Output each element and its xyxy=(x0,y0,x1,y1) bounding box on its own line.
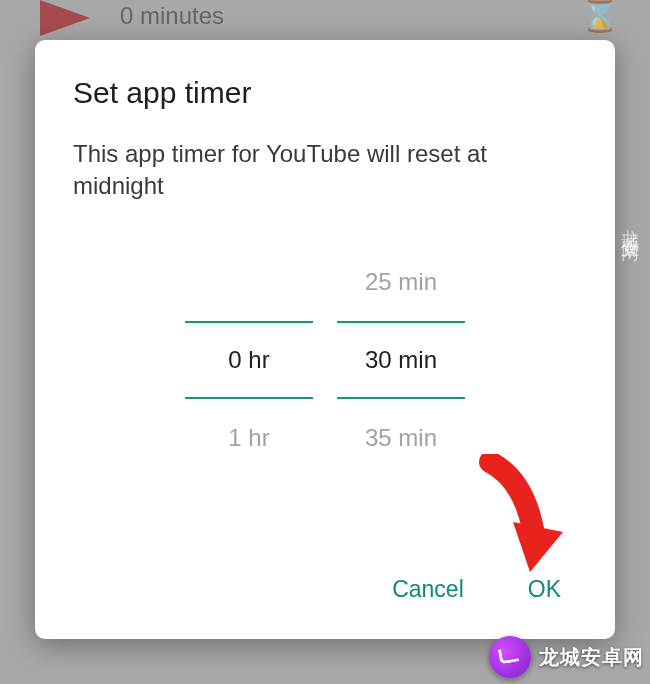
minute-option-below[interactable]: 35 min xyxy=(337,399,465,477)
minute-option-selected[interactable]: 30 min xyxy=(337,321,465,399)
cancel-button[interactable]: Cancel xyxy=(388,568,468,611)
background-app-row: 0 minutes ⌛ xyxy=(0,0,650,40)
background-subtitle: 0 minutes xyxy=(120,2,224,30)
hourglass-icon: ⌛ xyxy=(580,0,620,34)
ok-button[interactable]: OK xyxy=(524,568,565,611)
minute-picker[interactable]: 25 min 30 min 35 min xyxy=(337,243,465,477)
hour-option-above[interactable] xyxy=(185,243,313,321)
youtube-play-icon xyxy=(40,0,90,36)
hour-picker[interactable]: 0 hr 1 hr xyxy=(185,243,313,477)
time-picker: 0 hr 1 hr 25 min 30 min 35 min xyxy=(73,243,577,477)
dialog-body-text: This app timer for YouTube will reset at… xyxy=(73,138,577,203)
hour-option-below[interactable]: 1 hr xyxy=(185,399,313,477)
set-timer-dialog: Set app timer This app timer for YouTube… xyxy=(35,40,615,639)
hour-option-selected[interactable]: 0 hr xyxy=(185,321,313,399)
dialog-title: Set app timer xyxy=(73,76,577,110)
dialog-button-row: Cancel OK xyxy=(73,568,577,611)
minute-option-above[interactable]: 25 min xyxy=(337,243,465,321)
